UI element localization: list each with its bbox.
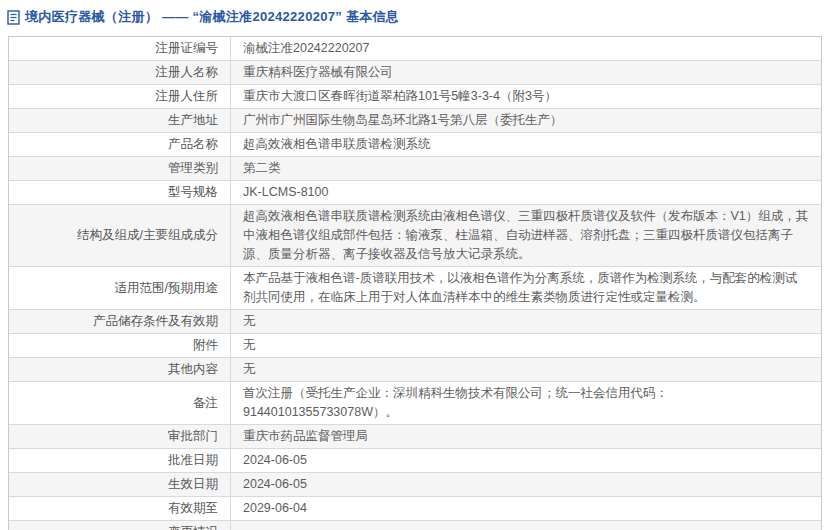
row-label-text: 生产地址 [168,111,218,130]
table-row: 型号规格 JK-LCMS-8100 [9,181,821,205]
page-header: 境内医疗器械（注册） —— “渝械注准20242220207” 基本信息 [0,0,832,27]
table-row: 产品名称 超高效液相色谱串联质谱检测系统 [9,133,821,157]
row-label-text: 型号规格 [168,183,218,202]
row-value-text: 重庆精科医疗器械有限公司 [243,65,393,79]
row-label: 管理类别 [9,157,231,180]
row-label: 生效日期 [9,473,231,496]
row-value-text: 超高效液相色谱串联质谱检测系统由液相色谱仪、三重四极杆质谱仪及软件（发布版本：V… [243,209,808,261]
row-label-text: 注册人名称 [156,63,219,82]
row-value: 首次注册（受托生产企业：深圳精科生物技术有限公司；统一社会信用代码：914401… [231,382,821,424]
row-value-text: 2029-06-04 [243,501,307,515]
info-table: 注册证编号 渝械注准20242220207 注册人名称 重庆精科医疗器械有限公司 [8,36,822,530]
row-label: 有效期至 [9,497,231,520]
row-value-text: 本产品基于液相色谱-质谱联用技术，以液相色谱作为分离系统，质谱作为检测系统，与配… [243,271,797,304]
row-label-text: 管理类别 [168,159,218,178]
row-label: 注册证编号 [9,37,231,60]
row-label: 注册人名称 [9,61,231,84]
row-label: 备注 [9,382,231,424]
row-label: 产品储存条件及有效期 [9,310,231,333]
row-value-text: 第二类 [243,161,281,175]
row-value: 2024-06-05 [231,449,821,472]
table-row: 注册证编号 渝械注准20242220207 [9,37,821,61]
table-row: 备注 首次注册（受托生产企业：深圳精科生物技术有限公司；统一社会信用代码：914… [9,382,821,425]
row-value: 重庆市药品监督管理局 [231,425,821,448]
row-value-text: 重庆市大渡口区春晖街道翠柏路101号5幢3-3-4（附3号） [243,89,557,103]
row-label-text: 结构及组成/主要组成成分 [77,226,218,245]
table-row: 生产地址 广州市广州国际生物岛星岛环北路1号第八层（委托生产） [9,109,821,133]
row-value-text: 无 [243,338,256,352]
row-label: 审批部门 [9,425,231,448]
row-value: 第二类 [231,157,821,180]
table-row: 生效日期 2024-06-05 [9,473,821,497]
row-value: 无 [231,310,821,333]
row-value-text: 无 [243,362,256,376]
table-row: 审批部门 重庆市药品监督管理局 [9,425,821,449]
table-row: 变更情况 [9,521,821,530]
row-value-text: 2024-06-05 [243,477,307,491]
row-value: 本产品基于液相色谱-质谱联用技术，以液相色谱作为分离系统，质谱作为检测系统，与配… [231,267,821,309]
row-label-text: 批准日期 [168,451,218,470]
row-value: 无 [231,334,821,357]
document-icon [7,10,20,25]
row-label: 批准日期 [9,449,231,472]
row-label: 产品名称 [9,133,231,156]
row-label-text: 审批部门 [168,427,218,446]
row-value-text: JK-LCMS-8100 [243,185,328,199]
row-label-text: 其他内容 [168,360,218,379]
table-row: 产品储存条件及有效期 无 [9,310,821,334]
table-row: 注册人住所 重庆市大渡口区春晖街道翠柏路101号5幢3-3-4（附3号） [9,85,821,109]
row-label: 生产地址 [9,109,231,132]
row-value: 广州市广州国际生物岛星岛环北路1号第八层（委托生产） [231,109,821,132]
row-value-text: 超高效液相色谱串联质谱检测系统 [243,137,431,151]
row-label-text: 生效日期 [168,475,218,494]
table-row: 批准日期 2024-06-05 [9,449,821,473]
row-label-text: 注册人住所 [156,87,219,106]
row-label-text: 变更情况 [168,523,218,530]
row-value: 重庆市大渡口区春晖街道翠柏路101号5幢3-3-4（附3号） [231,85,821,108]
row-label: 注册人住所 [9,85,231,108]
table-row: 附件 无 [9,334,821,358]
row-value: 2029-06-04 [231,497,821,520]
row-label-text: 有效期至 [168,499,218,518]
row-value: 无 [231,358,821,381]
row-value: 渝械注准20242220207 [231,37,821,60]
row-value-text: 2024-06-05 [243,453,307,467]
row-value-text: 重庆市药品监督管理局 [243,429,368,443]
table-row: 管理类别 第二类 [9,157,821,181]
table-row: 结构及组成/主要组成成分 超高效液相色谱串联质谱检测系统由液相色谱仪、三重四极杆… [9,205,821,267]
table-row: 有效期至 2029-06-04 [9,497,821,521]
row-label-text: 注册证编号 [156,39,219,58]
row-label: 变更情况 [9,521,231,530]
row-label: 型号规格 [9,181,231,204]
row-value-text: 渝械注准20242220207 [243,41,369,55]
row-label-text: 附件 [193,336,218,355]
row-value-text: 无 [243,314,256,328]
row-label-text: 产品储存条件及有效期 [93,312,218,331]
table-row: 适用范围/预期用途 本产品基于液相色谱-质谱联用技术，以液相色谱作为分离系统，质… [9,267,821,310]
row-label: 适用范围/预期用途 [9,267,231,309]
row-value: 超高效液相色谱串联质谱检测系统 [231,133,821,156]
row-label: 结构及组成/主要组成成分 [9,205,231,266]
row-value: 重庆精科医疗器械有限公司 [231,61,821,84]
row-label-text: 产品名称 [168,135,218,154]
row-label-text: 适用范围/预期用途 [115,279,218,298]
row-value-text: 广州市广州国际生物岛星岛环北路1号第八层（委托生产） [243,113,562,127]
row-value: 2024-06-05 [231,473,821,496]
row-value-text: 首次注册（受托生产企业：深圳精科生物技术有限公司；统一社会信用代码：914401… [243,386,668,419]
row-label: 其他内容 [9,358,231,381]
table-row: 其他内容 无 [9,358,821,382]
table-row: 注册人名称 重庆精科医疗器械有限公司 [9,61,821,85]
row-value: JK-LCMS-8100 [231,181,821,204]
row-value: 超高效液相色谱串联质谱检测系统由液相色谱仪、三重四极杆质谱仪及软件（发布版本：V… [231,205,821,266]
row-label: 附件 [9,334,231,357]
page-title: 境内医疗器械（注册） —— “渝械注准20242220207” 基本信息 [25,8,399,26]
row-label-text: 备注 [193,394,218,413]
